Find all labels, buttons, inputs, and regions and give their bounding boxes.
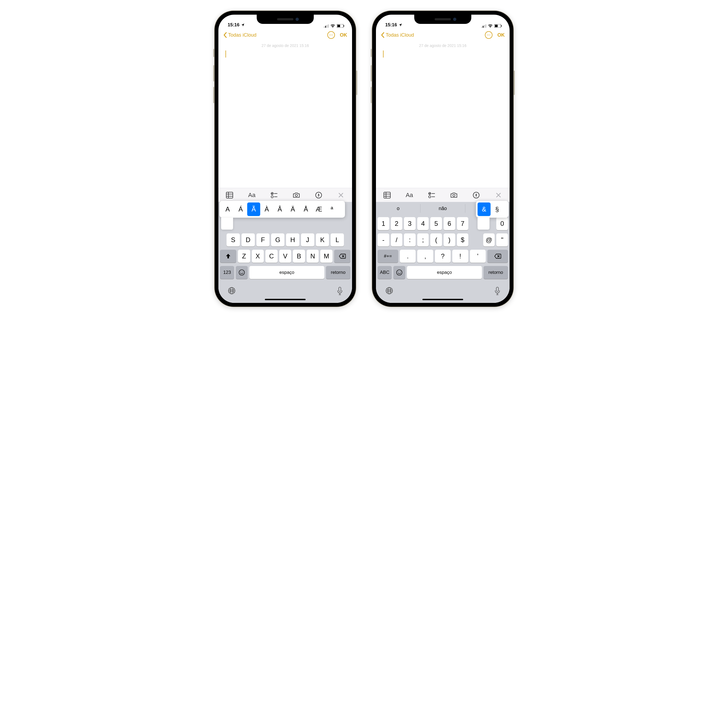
key-apos[interactable]: ': [470, 250, 486, 263]
more-button[interactable]: ···: [485, 31, 493, 39]
key-slash[interactable]: /: [391, 233, 403, 246]
markup-icon[interactable]: [313, 190, 324, 200]
popup-key-Agrave[interactable]: À: [260, 202, 273, 216]
key-lparen[interactable]: (: [430, 233, 442, 246]
globe-icon[interactable]: [385, 287, 393, 296]
popup-key-section[interactable]: §: [491, 202, 504, 216]
volume-up[interactable]: [213, 65, 215, 81]
key-comma[interactable]: ,: [417, 250, 433, 263]
key-period[interactable]: .: [400, 250, 416, 263]
home-indicator[interactable]: [422, 299, 463, 300]
checklist-icon[interactable]: [269, 190, 279, 200]
key-quote[interactable]: ": [496, 233, 508, 246]
key-F[interactable]: F: [256, 233, 270, 246]
space-key[interactable]: espaço: [249, 266, 324, 279]
camera-icon[interactable]: [291, 190, 301, 200]
mic-icon[interactable]: [494, 287, 500, 296]
abc-key[interactable]: ABC: [378, 266, 392, 279]
key-H[interactable]: H: [286, 233, 299, 246]
ok-button[interactable]: OK: [340, 32, 347, 38]
popup-key-Acirc[interactable]: Â: [273, 202, 286, 216]
emoji-key[interactable]: [236, 266, 248, 279]
key-0[interactable]: 0: [496, 217, 508, 230]
popup-key-Auml[interactable]: Ä: [286, 202, 299, 216]
close-toolbar-icon[interactable]: [336, 190, 346, 200]
volume-up[interactable]: [371, 65, 372, 81]
shift-key[interactable]: [220, 250, 236, 263]
key-exclaim[interactable]: !: [452, 250, 468, 263]
amp-popup[interactable]: & §: [476, 201, 509, 218]
key-3[interactable]: 3: [404, 217, 416, 230]
camera-icon[interactable]: [449, 190, 459, 200]
suggestion-2[interactable]: não: [420, 204, 465, 213]
key-M[interactable]: M: [320, 250, 332, 263]
note-body[interactable]: 27 de agosto de 2021 15:16: [218, 42, 352, 188]
key-question[interactable]: ?: [435, 250, 451, 263]
key-J[interactable]: J: [301, 233, 314, 246]
popup-key-AE[interactable]: Æ: [312, 202, 325, 216]
key-4[interactable]: 4: [417, 217, 429, 230]
popup-key-Aacute[interactable]: Á: [234, 202, 247, 216]
backspace-key[interactable]: [487, 250, 508, 263]
backspace-key[interactable]: [334, 250, 350, 263]
key-2[interactable]: 2: [391, 217, 403, 230]
key-D[interactable]: D: [241, 233, 255, 246]
key-B[interactable]: B: [293, 250, 305, 263]
suggestion-1[interactable]: o: [376, 202, 420, 215]
key-7[interactable]: 7: [457, 217, 469, 230]
space-key[interactable]: espaço: [407, 266, 482, 279]
key-L[interactable]: L: [331, 233, 344, 246]
key-5[interactable]: 5: [430, 217, 442, 230]
key-dash[interactable]: -: [378, 233, 389, 246]
emoji-key[interactable]: [393, 266, 405, 279]
home-indicator[interactable]: [265, 299, 306, 300]
popup-key-Aring[interactable]: Å: [299, 202, 312, 216]
popup-key-aord[interactable]: ª: [325, 202, 338, 216]
key-rparen[interactable]: ): [444, 233, 455, 246]
silent-switch[interactable]: [213, 49, 215, 57]
key-Z[interactable]: Z: [238, 250, 250, 263]
key-C[interactable]: C: [265, 250, 278, 263]
format-icon[interactable]: Aa: [404, 190, 415, 200]
return-key[interactable]: retorno: [326, 266, 350, 279]
key-K[interactable]: K: [316, 233, 329, 246]
note-body[interactable]: 27 de agosto de 2021 15:16: [376, 42, 510, 188]
screen: 15:16 Todas iCloud ··· OK 27 de agosto d…: [218, 15, 352, 303]
mic-icon[interactable]: [337, 287, 343, 296]
key-S[interactable]: S: [226, 233, 240, 246]
key-V[interactable]: V: [279, 250, 291, 263]
chevron-left-icon: [223, 32, 227, 38]
key-N[interactable]: N: [307, 250, 319, 263]
key-at[interactable]: @: [483, 233, 495, 246]
volume-down[interactable]: [213, 87, 215, 103]
format-icon[interactable]: Aa: [247, 190, 257, 200]
silent-switch[interactable]: [371, 49, 372, 57]
key-colon[interactable]: :: [404, 233, 416, 246]
key-X[interactable]: X: [252, 250, 264, 263]
more-button[interactable]: ···: [327, 31, 335, 39]
return-key[interactable]: retorno: [484, 266, 508, 279]
globe-icon[interactable]: [228, 287, 236, 296]
key-dollar[interactable]: $: [457, 233, 469, 246]
power-button[interactable]: [513, 70, 515, 95]
num-key[interactable]: 123: [220, 266, 234, 279]
key-G[interactable]: G: [271, 233, 284, 246]
checklist-icon[interactable]: [427, 190, 437, 200]
volume-down[interactable]: [371, 87, 372, 103]
key-1[interactable]: 1: [378, 217, 389, 230]
back-button[interactable]: Todas iCloud: [381, 32, 485, 38]
popup-key-A[interactable]: A: [221, 202, 234, 216]
key-semicolon[interactable]: ;: [417, 233, 429, 246]
markup-icon[interactable]: [471, 190, 481, 200]
ok-button[interactable]: OK: [497, 32, 505, 38]
table-icon[interactable]: [224, 190, 235, 200]
popup-key-amp[interactable]: &: [478, 202, 491, 216]
table-icon[interactable]: [382, 190, 392, 200]
close-toolbar-icon[interactable]: [493, 190, 504, 200]
key-6[interactable]: 6: [444, 217, 455, 230]
symbols-key[interactable]: #+=: [378, 250, 398, 263]
back-button[interactable]: Todas iCloud: [223, 32, 327, 38]
accent-popup[interactable]: A Á Ã À Â Ä Å Æ ª: [219, 201, 345, 218]
power-button[interactable]: [356, 70, 357, 95]
popup-key-Atilde[interactable]: Ã: [247, 202, 260, 216]
